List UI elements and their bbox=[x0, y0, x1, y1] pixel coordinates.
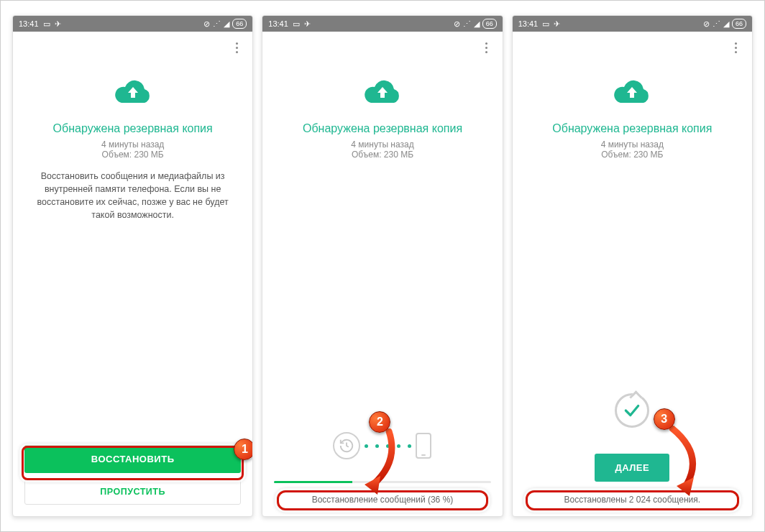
status-signal-icon: ◢ bbox=[474, 19, 480, 29]
status-wifi-icon: ⋰ bbox=[713, 19, 720, 29]
backup-age: 4 минуты назад bbox=[351, 139, 413, 150]
backup-found-title: Обнаружена резервная копия bbox=[552, 122, 712, 135]
status-bar: 13:41 ▭ ✈ ⊘ ⋰ ◢ 66 bbox=[13, 16, 252, 32]
status-chat-icon: ▭ bbox=[293, 19, 300, 29]
phone-screen-3: 13:41 ▭ ✈ ⊘ ⋰ ◢ 66 Обнаружен bbox=[512, 15, 753, 517]
backup-found-title: Обнаружена резервная копия bbox=[303, 122, 462, 135]
status-chat-icon: ▭ bbox=[43, 19, 50, 29]
phone-icon bbox=[416, 433, 431, 459]
cloud-upload-icon bbox=[612, 78, 652, 109]
cloud-upload-icon bbox=[362, 78, 403, 109]
skip-button[interactable]: ПРОПУСТИТЬ bbox=[24, 479, 241, 505]
status-time: 13:41 bbox=[518, 19, 539, 28]
backup-age: 4 минуты назад bbox=[601, 139, 664, 150]
status-time: 13:41 bbox=[19, 19, 39, 28]
app-bar bbox=[13, 32, 252, 63]
phone-screen-1: 13:41 ▭ ✈ ⊘ ⋰ ◢ 66 Обнаружен bbox=[12, 15, 253, 517]
status-bar: 13:41 ▭ ✈ ⊘ ⋰ ◢ 66 bbox=[513, 16, 752, 32]
transfer-dots-icon bbox=[365, 444, 411, 448]
status-dnd-icon: ⊘ bbox=[703, 19, 710, 29]
more-menu-button[interactable] bbox=[478, 39, 495, 56]
status-time: 13:41 bbox=[268, 19, 288, 28]
backup-found-title: Обнаружена резервная копия bbox=[53, 122, 213, 135]
status-wifi-icon: ⋰ bbox=[463, 19, 471, 29]
backup-age: 4 минуты назад bbox=[101, 139, 164, 150]
next-button[interactable]: ДАЛЕЕ bbox=[595, 454, 669, 482]
phone-screen-2: 13:41 ▭ ✈ ⊘ ⋰ ◢ 66 Обнаружен bbox=[262, 15, 503, 517]
status-battery: 66 bbox=[482, 19, 497, 29]
status-bar: 13:41 ▭ ✈ ⊘ ⋰ ◢ 66 bbox=[262, 16, 502, 32]
restore-result-text: Восстановлены 2 024 сообщения. bbox=[564, 495, 700, 505]
status-battery: 66 bbox=[232, 19, 247, 29]
backup-size: Объем: 230 МБ bbox=[102, 150, 164, 160]
progress-bar bbox=[274, 481, 490, 483]
progress-fill bbox=[274, 481, 352, 483]
status-plane-icon: ✈ bbox=[304, 19, 311, 29]
more-menu-button[interactable] bbox=[228, 39, 245, 56]
status-plane-icon: ✈ bbox=[55, 19, 61, 29]
progress-text: Восстановление сообщений (36 %) bbox=[312, 495, 454, 505]
status-signal-icon: ◢ bbox=[723, 19, 729, 29]
status-dnd-icon: ⊘ bbox=[203, 19, 210, 29]
restore-button[interactable]: ВОССТАНОВИТЬ bbox=[24, 445, 241, 473]
cloud-upload-icon bbox=[113, 78, 153, 109]
restore-description: Восстановить сообщения и медиафайлы из в… bbox=[24, 170, 241, 222]
status-chat-icon: ▭ bbox=[542, 19, 549, 29]
restore-done-icon bbox=[615, 393, 649, 428]
status-plane-icon: ✈ bbox=[554, 19, 560, 29]
status-signal-icon: ◢ bbox=[224, 19, 229, 29]
app-bar bbox=[262, 32, 502, 63]
status-battery: 66 bbox=[732, 19, 746, 29]
progress-illustration bbox=[274, 432, 490, 459]
backup-size: Объем: 230 МБ bbox=[352, 150, 413, 160]
status-dnd-icon: ⊘ bbox=[454, 19, 460, 29]
app-bar bbox=[513, 32, 752, 63]
more-menu-button[interactable] bbox=[728, 39, 745, 56]
history-icon bbox=[333, 432, 360, 459]
status-wifi-icon: ⋰ bbox=[213, 19, 221, 29]
backup-size: Объем: 230 МБ bbox=[601, 150, 663, 160]
